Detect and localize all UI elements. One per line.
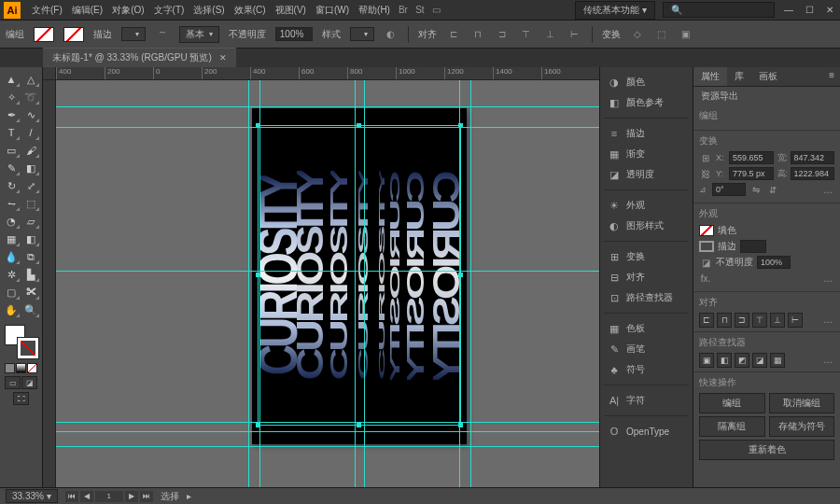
stock-icon[interactable]: St: [413, 3, 427, 18]
close-tab-icon[interactable]: ✕: [219, 53, 227, 63]
more-align[interactable]: …: [821, 313, 834, 326]
panel-transparency[interactable]: ◪透明度: [600, 165, 693, 184]
align-left-icon[interactable]: ⊏: [446, 27, 461, 42]
gradient-tool[interactable]: ◧: [21, 231, 40, 247]
last-artboard[interactable]: ⏭: [140, 491, 153, 502]
more-transform[interactable]: …: [821, 183, 834, 196]
more-pathfinder[interactable]: …: [821, 353, 834, 366]
ruler-vertical[interactable]: [43, 80, 56, 487]
guide-h[interactable]: [56, 127, 599, 128]
bridge-icon[interactable]: Br: [396, 3, 411, 18]
draw-normal[interactable]: ▭: [5, 376, 21, 389]
guide-v[interactable]: [470, 80, 471, 487]
mask-icon[interactable]: ▣: [679, 27, 693, 42]
slice-tool[interactable]: ✀: [21, 284, 40, 301]
tab-asset-export[interactable]: 资源导出: [693, 87, 746, 105]
canvas[interactable]: CURIOSITY CURIOSITY CURIOSITY CURIOSITY …: [56, 80, 599, 487]
qa-group[interactable]: 编组: [699, 393, 765, 413]
zoom-tool[interactable]: 🔍: [21, 301, 40, 318]
fx-label[interactable]: fx.: [699, 272, 712, 285]
eraser-tool[interactable]: ◧: [21, 160, 40, 176]
workspace-switcher[interactable]: 传统基本功能 ▾: [575, 1, 655, 20]
lasso-tool[interactable]: ➰: [21, 89, 40, 105]
panel-symbols[interactable]: ♣符号: [600, 360, 693, 379]
status-dropdown-icon[interactable]: ▸: [187, 491, 191, 501]
align-right-icon[interactable]: ⊐: [495, 27, 510, 42]
panel-align[interactable]: ⊟对齐: [600, 268, 693, 287]
symbol-spray-tool[interactable]: ✲: [2, 266, 21, 283]
pf-exclude[interactable]: ◪: [752, 353, 767, 368]
hand-tool[interactable]: ✋: [2, 301, 21, 318]
panel-pathfinder[interactable]: ⊡路径查找器: [600, 288, 693, 307]
shaper-tool[interactable]: ✎: [2, 160, 21, 176]
width-tool[interactable]: ⥊: [2, 195, 21, 212]
pen-tool[interactable]: ✒: [2, 106, 21, 123]
clip-icon[interactable]: ⬚: [654, 27, 669, 42]
guide-v[interactable]: [459, 80, 460, 487]
menu-type[interactable]: 文字(T): [150, 2, 189, 19]
guide-h[interactable]: [56, 271, 599, 272]
panel-transform[interactable]: ⊞变换: [600, 247, 693, 266]
curvature-tool[interactable]: ∿: [21, 106, 40, 123]
guide-v[interactable]: [355, 80, 356, 487]
panel-swatches[interactable]: ▦色板: [600, 319, 693, 338]
maximize-button[interactable]: ☐: [803, 4, 816, 17]
magic-wand-tool[interactable]: ✧: [2, 89, 21, 105]
var-width-icon[interactable]: ⎻: [155, 27, 170, 42]
fill-swatch[interactable]: [699, 225, 714, 236]
qa-save-symbol[interactable]: 存储为符号: [769, 416, 835, 437]
angle-input[interactable]: [712, 183, 746, 196]
opacity-input[interactable]: [757, 256, 791, 269]
y-input[interactable]: [729, 167, 774, 180]
brush-def[interactable]: 基本: [179, 26, 219, 43]
panel-menu-icon[interactable]: ≡: [823, 67, 840, 86]
opacity-input[interactable]: [275, 27, 313, 41]
recolor-icon[interactable]: ◐: [384, 27, 399, 42]
link-wh-icon[interactable]: ⛓: [699, 167, 712, 180]
close-button[interactable]: ✕: [823, 4, 836, 17]
align-right[interactable]: ⊐: [735, 313, 749, 328]
pf-minus[interactable]: ◧: [717, 353, 732, 368]
tab-properties[interactable]: 属性: [693, 67, 727, 86]
panel-character[interactable]: A|字符: [600, 391, 693, 410]
rotate-tool[interactable]: ↻: [2, 177, 21, 194]
fill-swatch[interactable]: [34, 27, 54, 42]
align-bottom-icon[interactable]: ⊢: [567, 27, 582, 42]
flip-v-icon[interactable]: ⇵: [766, 183, 779, 196]
stroke-swatch[interactable]: [699, 241, 714, 252]
selection-tool[interactable]: ▲: [2, 71, 21, 88]
transform-label[interactable]: 变换: [602, 28, 621, 41]
panel-appearance[interactable]: ☀外观: [600, 196, 693, 215]
next-artboard[interactable]: ▶: [125, 491, 138, 502]
graph-tool[interactable]: ▙: [21, 266, 40, 283]
x-input[interactable]: [729, 151, 774, 164]
menu-object[interactable]: 对象(O): [108, 2, 147, 19]
isolate-icon[interactable]: ◇: [630, 27, 645, 42]
stroke-weight[interactable]: [121, 27, 146, 41]
direct-select-tool[interactable]: △: [21, 71, 40, 88]
panel-opentype[interactable]: OOpenType: [600, 422, 693, 441]
pf-divide[interactable]: ▦: [770, 353, 785, 368]
eyedropper-tool[interactable]: 💧: [2, 248, 21, 265]
color-mode-solid[interactable]: [5, 363, 15, 373]
artboard-tool[interactable]: ▢: [2, 284, 21, 301]
document-tab[interactable]: 未标题-1* @ 33.33% (RGB/GPU 预览) ✕: [43, 48, 236, 67]
qa-ungroup[interactable]: 取消编组: [769, 393, 835, 413]
panel-stroke[interactable]: ≡描边: [600, 124, 693, 143]
align-vc-icon[interactable]: ⊥: [543, 27, 558, 42]
panel-brushes[interactable]: ✎画笔: [600, 340, 693, 358]
guide-h[interactable]: [56, 106, 599, 107]
draw-behind[interactable]: ◪: [21, 376, 37, 389]
artboard-number[interactable]: 1: [95, 491, 123, 502]
panel-graphic-styles[interactable]: ◐图形样式: [600, 217, 693, 235]
w-input[interactable]: [791, 151, 835, 164]
more-appearance[interactable]: …: [821, 272, 834, 285]
guide-v[interactable]: [259, 80, 260, 487]
align-top[interactable]: ⊤: [752, 313, 767, 328]
align-hc-icon[interactable]: ⊓: [470, 27, 485, 42]
align-vc[interactable]: ⊥: [770, 313, 785, 328]
tab-artboards[interactable]: 画板: [751, 67, 785, 86]
align-top-icon[interactable]: ⊤: [519, 27, 534, 42]
type-tool[interactable]: T: [2, 124, 21, 141]
ruler-origin[interactable]: [43, 67, 56, 80]
